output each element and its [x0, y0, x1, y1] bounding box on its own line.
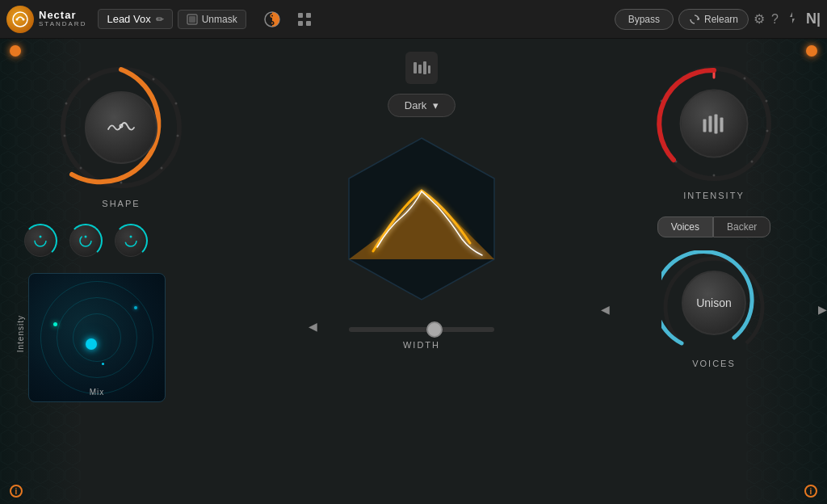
svg-point-45 [766, 100, 768, 103]
voices-prev-button[interactable]: ◀ [601, 303, 610, 316]
voices-btn-label: Voices [671, 221, 699, 233]
hex-svg [333, 130, 510, 308]
backer-button[interactable]: Backer [713, 216, 770, 237]
svg-point-46 [766, 130, 769, 132]
svg-point-25 [80, 167, 82, 170]
style-value: Dark [405, 99, 426, 111]
voices-backer-row: Voices Backer [617, 216, 811, 237]
svg-rect-54 [703, 119, 706, 132]
width-section: WIDTH [349, 321, 494, 350]
voices-next-button[interactable]: ▶ [818, 303, 827, 316]
svg-point-8 [271, 15, 273, 16]
xy-dot-3 [102, 363, 104, 365]
style-dropdown[interactable]: Dark ▾ [388, 94, 455, 117]
intensity-label: INTENSITY [683, 191, 744, 200]
nav-icon-grid[interactable] [290, 5, 319, 34]
bottom-right-info[interactable]: i [804, 485, 817, 498]
voices-knob[interactable]: Unison [661, 250, 766, 355]
relearn-button[interactable]: Relearn [678, 9, 749, 30]
shape-icon [107, 118, 136, 137]
orbital-3 [40, 281, 153, 394]
xy-pad[interactable]: Mix [28, 273, 166, 402]
width-label: WIDTH [403, 340, 440, 350]
preset-name-button[interactable]: Lead Vox ✏ [98, 9, 172, 29]
small-knob-2[interactable] [69, 225, 102, 257]
bypass-label: Bypass [628, 14, 660, 25]
topbar: Nectar STANDARD Lead Vox ✏ Unmask [0, 0, 827, 39]
intensity-knob[interactable] [653, 63, 775, 184]
ni-logo[interactable]: N| [806, 10, 821, 27]
svg-point-44 [744, 78, 746, 80]
help-icon[interactable]: ? [771, 12, 779, 27]
small-knob-1[interactable] [24, 225, 57, 257]
voices-nav-row: ◀ Unison ▶ [661, 250, 766, 355]
bottom-left-info[interactable]: i [10, 485, 23, 498]
svg-point-20 [153, 78, 155, 81]
top-corners [0, 45, 827, 57]
midi-bars-icon [413, 61, 430, 75]
svg-rect-57 [720, 117, 723, 132]
svg-point-23 [161, 167, 163, 170]
svg-rect-11 [306, 13, 311, 18]
settings-icon[interactable]: ⚙ [754, 11, 765, 27]
top-left-indicator [10, 45, 21, 57]
intensity-knob-area: INTENSITY [617, 63, 811, 200]
svg-point-1 [16, 18, 19, 20]
bottom-right-info-text: i [810, 487, 812, 496]
preset-name-label: Lead Vox [107, 13, 150, 25]
xy-dot-2 [134, 306, 137, 309]
svg-point-27 [65, 103, 68, 105]
xy-cursor [86, 338, 97, 350]
shape-knob[interactable] [57, 63, 186, 192]
share-icon[interactable] [785, 10, 800, 28]
xy-x-label: Mix [90, 388, 105, 397]
svg-point-22 [177, 135, 179, 137]
svg-rect-39 [428, 65, 430, 74]
nav-icon-yinyang[interactable] [258, 5, 287, 34]
left-panel: SHAPE [0, 39, 242, 504]
intensity-icon [699, 112, 728, 135]
svg-rect-56 [714, 114, 717, 133]
voices-knob-inner: Unison [682, 271, 746, 335]
relearn-icon [689, 14, 700, 25]
xy-pad-wrapper: Intensity Mix [16, 265, 226, 402]
svg-point-24 [120, 182, 123, 184]
voices-label: VOICES [692, 359, 736, 368]
shape-knob-area: SHAPE [16, 63, 226, 208]
bottom-corners: i i [0, 485, 827, 498]
svg-rect-10 [298, 13, 303, 18]
bypass-button[interactable]: Bypass [615, 9, 674, 30]
relearn-label: Relearn [704, 14, 738, 25]
hex-nav-left[interactable]: ◀ [309, 320, 317, 333]
shape-knob-inner [85, 91, 157, 164]
svg-point-2 [23, 18, 25, 20]
right-panel: INTENSITY Voices Backer ◀ [601, 39, 827, 504]
svg-rect-55 [708, 116, 712, 132]
width-slider-container [349, 321, 494, 335]
svg-rect-4 [189, 16, 195, 23]
width-slider[interactable] [349, 327, 494, 332]
svg-point-26 [64, 135, 66, 137]
pencil-icon: ✏ [156, 14, 164, 25]
svg-rect-13 [306, 21, 311, 26]
brand-sub: STANDARD [39, 21, 86, 28]
small-knob-3[interactable] [115, 225, 147, 257]
svg-rect-36 [414, 62, 417, 74]
main-area: SHAPE [0, 39, 827, 504]
logo-area: Nectar STANDARD [6, 6, 86, 33]
svg-point-32 [80, 235, 91, 246]
backer-btn-label: Backer [727, 221, 757, 233]
unmask-icon [187, 14, 198, 25]
svg-point-31 [40, 236, 42, 238]
svg-point-30 [35, 235, 46, 246]
voices-button[interactable]: Voices [657, 216, 713, 237]
svg-point-28 [88, 78, 90, 81]
voices-value: Unison [696, 296, 732, 309]
intensity-knob-inner [680, 90, 749, 158]
small-knobs-row [16, 225, 226, 257]
svg-point-34 [125, 235, 136, 246]
unmask-button[interactable]: Unmask [178, 10, 246, 29]
logo-text: Nectar STANDARD [39, 10, 86, 28]
top-right-indicator [806, 45, 817, 57]
svg-point-48 [713, 174, 716, 177]
